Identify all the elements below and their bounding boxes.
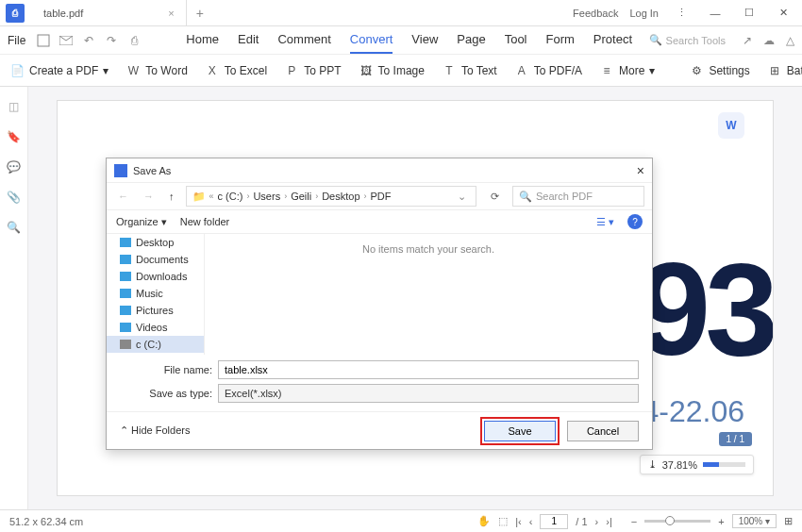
tree-videos[interactable]: Videos	[107, 319, 204, 336]
folder-icon: 📁	[192, 191, 206, 203]
save-button[interactable]: Save	[484, 421, 556, 441]
breadcrumb-bar[interactable]: 📁 « c (C:)› Users› Geili› Desktop› PDF ⌄	[186, 186, 477, 207]
saveas-type-label: Save as type:	[144, 388, 212, 399]
search-icon: 🔍	[519, 191, 532, 203]
breadcrumb-dropdown-icon[interactable]: ⌄	[454, 191, 470, 203]
dialog-fields: File name: Save as type: Excel(*.xlsx)	[107, 355, 652, 411]
tree-documents[interactable]: Documents	[107, 251, 204, 268]
help-icon[interactable]: ?	[627, 214, 643, 229]
dialog-toolbar: Organize ▾ New folder ☰ ▾ ?	[107, 209, 652, 234]
view-mode-icon[interactable]: ☰ ▾	[596, 216, 614, 228]
dialog-backdrop: Save As × ← → ↑ 📁 « c (C:)› Users› Geili…	[0, 0, 802, 532]
dialog-search-input[interactable]: 🔍 Search PDF	[512, 186, 644, 207]
tree-music[interactable]: Music	[107, 285, 204, 302]
nav-forward-icon[interactable]: →	[140, 191, 158, 202]
dialog-close-button[interactable]: ×	[637, 163, 644, 178]
tree-desktop[interactable]: Desktop	[107, 234, 204, 251]
file-list-area[interactable]: No items match your search.	[205, 234, 652, 355]
hide-folders-button[interactable]: ⌃ Hide Folders	[120, 424, 190, 437]
dialog-title-text: Save As	[133, 165, 171, 176]
empty-message: No items match your search.	[362, 243, 494, 255]
refresh-icon[interactable]: ⟳	[484, 191, 505, 203]
dialog-body: Desktop Documents Downloads Music Pictur…	[107, 234, 652, 355]
tree-c-drive[interactable]: c (C:)	[107, 336, 204, 353]
folder-tree[interactable]: Desktop Documents Downloads Music Pictur…	[107, 234, 205, 355]
cancel-button[interactable]: Cancel	[567, 421, 639, 441]
dialog-navbar: ← → ↑ 📁 « c (C:)› Users› Geili› Desktop›…	[107, 183, 652, 209]
save-highlight: Save	[480, 417, 560, 445]
tree-pictures[interactable]: Pictures	[107, 302, 204, 319]
nav-back-icon[interactable]: ←	[114, 191, 132, 202]
filename-input[interactable]	[218, 360, 639, 379]
dialog-titlebar: Save As ×	[107, 158, 652, 183]
dialog-footer: ⌃ Hide Folders Save Cancel	[107, 411, 652, 449]
tree-downloads[interactable]: Downloads	[107, 268, 204, 285]
filename-label: File name:	[144, 364, 212, 375]
organize-button[interactable]: Organize ▾	[116, 216, 167, 228]
saveas-type-select[interactable]: Excel(*.xlsx)	[218, 384, 639, 403]
nav-up-icon[interactable]: ↑	[165, 191, 178, 202]
new-folder-button[interactable]: New folder	[180, 216, 230, 227]
save-as-dialog: Save As × ← → ↑ 📁 « c (C:)› Users› Geili…	[106, 158, 653, 450]
dialog-app-icon	[114, 164, 127, 177]
